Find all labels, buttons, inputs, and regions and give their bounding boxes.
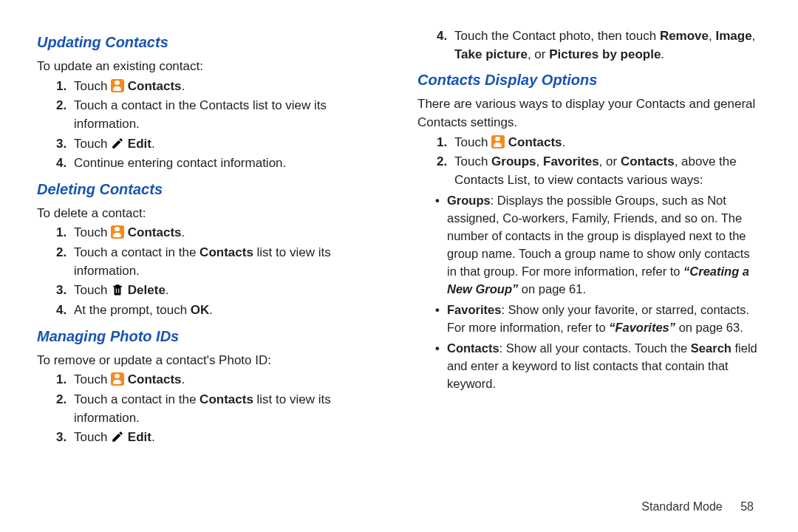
step: 3.Touch Edit. (56, 429, 381, 447)
step: 2.Touch a contact in the Contacts list t… (56, 391, 381, 427)
footer: Standard Mode 58 (641, 500, 754, 514)
intro-photo: To remove or update a contact's Photo ID… (37, 352, 381, 370)
step: 1.Touch Contacts. (56, 224, 381, 242)
contacts-icon (111, 372, 124, 386)
step: 4.Touch the Contact photo, then touch Re… (437, 27, 761, 64)
step: 3.Touch Edit. (56, 135, 381, 154)
intro-deleting: To delete a contact: (37, 205, 381, 223)
heading-display: Contacts Display Options (417, 69, 761, 91)
intro-display: There are various ways to display your C… (417, 95, 761, 132)
step: 1.Touch Contacts. (56, 78, 381, 96)
bullet: Favorites: Show only your favorite, or s… (435, 301, 761, 337)
step: 1.Touch Contacts. (56, 371, 381, 389)
right-column: 4.Touch the Contact photo, then touch Re… (417, 26, 761, 473)
edit-icon (111, 430, 124, 443)
bullets-display: Groups: Displays the possible Groups, su… (417, 192, 761, 392)
heading-updating: Updating Contacts (37, 32, 381, 53)
step: 2.Touch a contact in the Contacts list t… (56, 244, 381, 280)
contacts-icon (491, 135, 505, 149)
heading-deleting: Deleting Contacts (37, 179, 381, 200)
steps-continue: 4.Touch the Contact photo, then touch Re… (417, 27, 761, 64)
footer-section: Standard Mode (641, 500, 722, 513)
steps-photo: 1.Touch Contacts.2.Touch a contact in th… (37, 371, 381, 447)
step: 2.Touch Groups, Favorites, or Contacts, … (437, 153, 761, 189)
svg-rect-1 (118, 289, 119, 293)
step: 4.Continue entering contact information. (56, 154, 381, 173)
svg-rect-0 (116, 289, 117, 293)
step: 2.Touch a contact in the Contacts list t… (56, 97, 381, 133)
steps-deleting: 1.Touch Contacts.2.Touch a contact in th… (37, 224, 381, 319)
left-column: Updating Contacts To update an existing … (37, 26, 381, 473)
bullet: Groups: Displays the possible Groups, su… (435, 192, 761, 299)
step: 1.Touch Contacts. (437, 134, 761, 152)
steps-display: 1.Touch Contacts.2.Touch Groups, Favorit… (417, 134, 761, 190)
bullet: Contacts: Show all your contacts. Touch … (435, 340, 761, 393)
step: 3.Touch Delete. (56, 282, 381, 300)
delete-icon (111, 283, 124, 296)
heading-photo: Managing Photo IDs (37, 326, 381, 347)
contacts-icon (111, 225, 124, 239)
footer-page: 58 (740, 500, 754, 513)
contacts-icon (111, 79, 124, 92)
intro-updating: To update an existing contact: (37, 58, 381, 76)
steps-updating: 1.Touch Contacts.2.Touch a contact in th… (37, 78, 381, 173)
edit-icon (111, 137, 124, 150)
step: 4.At the prompt, touch OK. (56, 301, 381, 320)
